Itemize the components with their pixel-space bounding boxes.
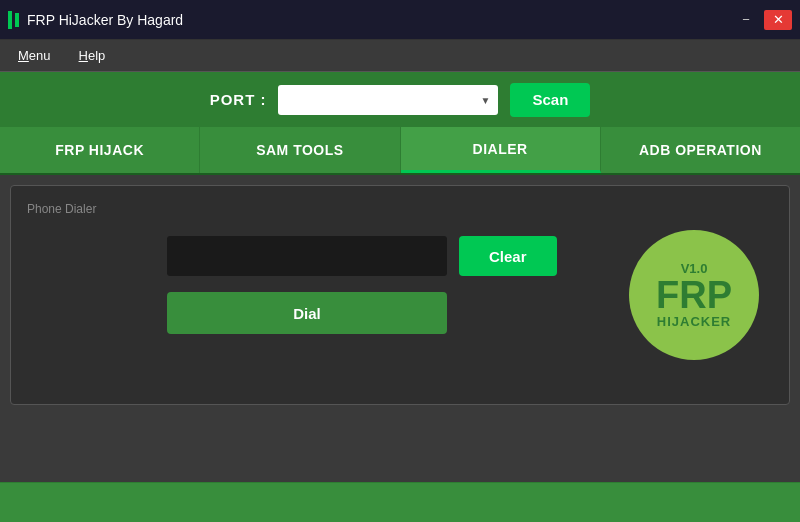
phone-input[interactable] [167,236,447,276]
port-select[interactable] [278,85,498,115]
scan-button[interactable]: Scan [510,83,590,117]
tab-frp-hijack[interactable]: FRP HIJACK [0,127,200,173]
menu-bar: Menu Help [0,40,800,72]
port-select-wrapper [278,85,498,115]
menu-menu-item[interactable]: Menu [12,44,57,67]
frp-sub-text: HIJACKER [657,314,731,329]
title-bar: FRP HiJacker By Hagard − ✕ [0,0,800,40]
main-content: Phone Dialer Clear Dial V1.0 FRP HIJACKE… [0,175,800,482]
app-title: FRP HiJacker By Hagard [27,12,183,28]
tab-dialer[interactable]: DIALER [401,127,601,173]
title-bar-left: FRP HiJacker By Hagard [8,11,183,29]
clear-button[interactable]: Clear [459,236,557,276]
tab-sam-tools[interactable]: SAM TOOLS [200,127,400,173]
tab-adb-operation[interactable]: ADB OPERATION [601,127,800,173]
minimize-button[interactable]: − [732,10,760,30]
app-window: FRP HiJacker By Hagard − ✕ Menu Help POR… [0,0,800,522]
help-label: Help [79,48,106,63]
close-button[interactable]: ✕ [764,10,792,30]
app-icon [8,11,19,29]
frp-logo: V1.0 FRP HIJACKER [629,230,759,360]
port-label: PORT : [210,91,267,108]
status-bar [0,482,800,522]
help-menu-item[interactable]: Help [73,44,112,67]
dial-button[interactable]: Dial [167,292,447,334]
menu-label: Menu [18,48,51,63]
section-label: Phone Dialer [27,202,773,216]
port-bar: PORT : Scan [0,72,800,127]
frp-main-text: FRP [656,276,732,314]
window-controls: − ✕ [732,10,792,30]
tab-bar: FRP HIJACK SAM TOOLS DIALER ADB OPERATIO… [0,127,800,175]
dialer-panel: Phone Dialer Clear Dial V1.0 FRP HIJACKE… [10,185,790,405]
